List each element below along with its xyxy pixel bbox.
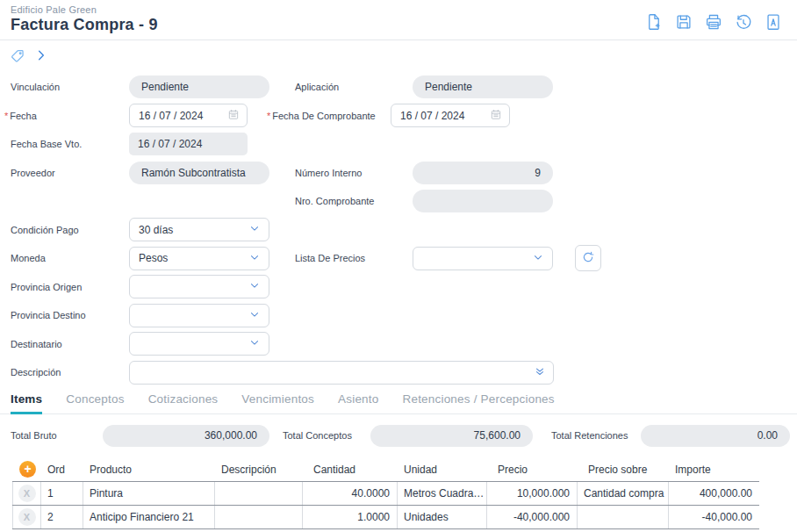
row-provincia-destino: Provincia Destino <box>0 301 797 330</box>
total-bruto-value: 360,000.00 <box>103 425 269 447</box>
total-conceptos-label: Total Conceptos <box>283 430 370 441</box>
add-item-button[interactable]: + <box>19 461 36 478</box>
fecha-comprobante-label: *Fecha De Comprobante <box>273 111 391 121</box>
refresh-price-list-button[interactable] <box>575 245 601 271</box>
cell-importe[interactable]: 400,000.00 <box>669 482 759 505</box>
header-actions <box>644 12 783 32</box>
descripcion-label: Descripción <box>11 367 129 377</box>
tab-asiento[interactable]: Asiento <box>338 392 378 414</box>
new-document-button[interactable] <box>644 12 664 32</box>
history-button[interactable] <box>734 12 753 32</box>
cell-producto[interactable]: Pintura <box>83 482 215 505</box>
cell-importe[interactable]: -40,000.00 <box>669 506 759 528</box>
cell-producto[interactable]: Anticipo Financiero 21 <box>83 506 215 528</box>
proveedor-label: Proveedor <box>11 168 129 178</box>
tab-items[interactable]: Items <box>11 392 42 414</box>
toolbar <box>0 40 797 67</box>
row-destinatario: Destinatario <box>0 330 797 359</box>
cell-precio[interactable]: 10,000.000 <box>487 482 578 505</box>
total-retenciones-value: 0.00 <box>641 425 790 447</box>
fecha-comprobante-input[interactable]: 16 / 07 / 2024 <box>391 104 510 127</box>
chevron-down-icon <box>532 251 544 266</box>
cell-descripcion[interactable] <box>215 506 303 528</box>
cell-descripcion[interactable] <box>215 482 303 505</box>
cell-unidad[interactable]: Metros Cuadra… <box>398 482 487 505</box>
chevron-down-icon <box>248 222 261 237</box>
tab-bar: Items Conceptos Cotizaciones Vencimiento… <box>0 392 797 414</box>
row-provincia-origen: Provincia Origen <box>0 273 797 302</box>
provincia-origen-select[interactable] <box>129 275 269 298</box>
fecha-base-vto-value: 16 / 07 / 2024 <box>129 133 248 155</box>
calendar-icon[interactable] <box>490 108 502 123</box>
save-icon <box>674 21 693 34</box>
descripcion-input[interactable] <box>129 361 554 385</box>
header: Edificio Pale Green Factura Compra - 9 <box>0 0 797 40</box>
page-title: Factura Compra - 9 <box>11 16 158 34</box>
row-vinculacion-aplicacion: Vinculación Pendiente Aplicación Pendien… <box>0 73 797 102</box>
table-row[interactable]: X 2 Anticipo Financiero 21 1.0000 Unidad… <box>12 506 759 529</box>
chevron-down-icon <box>248 308 261 323</box>
header-titles: Edificio Pale Green Factura Compra - 9 <box>11 4 158 34</box>
row-descripcion: Descripción <box>0 358 797 387</box>
col-precio: Precio <box>487 464 578 476</box>
report-document-icon <box>764 21 783 34</box>
fecha-input[interactable]: 16 / 07 / 2024 <box>129 104 248 127</box>
col-unidad: Unidad <box>398 464 487 476</box>
required-marker: * <box>267 111 270 121</box>
chevron-double-down-icon[interactable] <box>534 365 546 380</box>
aplicacion-label: Aplicación <box>295 82 413 92</box>
tab-cotizaciones[interactable]: Cotizaciones <box>148 392 219 414</box>
row-nro-comprobante: Nro. Comprobante <box>0 187 797 216</box>
col-precio-sobre: Precio sobre <box>578 464 669 476</box>
nro-comprobante-value <box>413 190 553 212</box>
cell-cantidad[interactable]: 40.0000 <box>303 482 398 505</box>
chevron-down-icon <box>248 251 261 266</box>
moneda-select[interactable]: Pesos <box>129 247 269 270</box>
numero-interno-value: 9 <box>413 162 553 184</box>
report-button[interactable] <box>764 12 783 32</box>
tag-icon[interactable] <box>11 48 25 67</box>
nro-comprobante-label: Nro. Comprobante <box>295 196 413 206</box>
chevron-down-icon <box>248 336 261 351</box>
company-name: Edificio Pale Green <box>11 4 158 15</box>
table-row[interactable]: X 1 Pintura 40.0000 Metros Cuadra… 10,00… <box>12 482 759 506</box>
row-fechas: *Fecha 16 / 07 / 2024 *Fecha De Comproba… <box>0 102 797 131</box>
col-importe: Importe <box>669 464 759 476</box>
vinculacion-label: Vinculación <box>11 82 129 92</box>
cell-precio[interactable]: -40,000.000 <box>487 506 578 528</box>
lista-de-precios-label: Lista De Precios <box>295 253 413 263</box>
cell-precio-sobre[interactable]: Cantidad compra <box>578 482 669 505</box>
cell-ord[interactable]: 1 <box>41 482 83 505</box>
col-descripcion: Descripción <box>215 464 303 476</box>
chevron-down-icon <box>248 279 261 294</box>
provincia-destino-select[interactable] <box>129 304 269 327</box>
condicion-pago-select[interactable]: 30 días <box>129 218 269 241</box>
save-button[interactable] <box>674 12 693 32</box>
condicion-pago-label: Condición Pago <box>11 225 129 235</box>
cell-cantidad[interactable]: 1.0000 <box>303 506 398 528</box>
delete-row-button[interactable]: X <box>18 485 36 502</box>
col-cantidad: Cantidad <box>303 464 398 476</box>
delete-row-button[interactable]: X <box>18 508 36 526</box>
lista-de-precios-select[interactable] <box>413 247 553 270</box>
provincia-origen-label: Provincia Origen <box>11 282 129 292</box>
calendar-icon[interactable] <box>227 108 240 123</box>
destinatario-select[interactable] <box>129 332 269 356</box>
cell-ord[interactable]: 2 <box>41 506 83 528</box>
row-condicion-pago: Condición Pago 30 días <box>0 216 797 245</box>
tab-conceptos[interactable]: Conceptos <box>66 392 124 414</box>
items-table: + Ord Producto Descripción Cantidad Unid… <box>12 458 759 529</box>
total-retenciones-label: Total Retenciones <box>551 430 641 441</box>
expand-chevron-icon[interactable] <box>35 49 47 65</box>
fecha-base-vto-label: Fecha Base Vto. <box>11 139 129 149</box>
totals-bar: Total Bruto 360,000.00 Total Conceptos 7… <box>0 425 797 447</box>
cell-unidad[interactable]: Unidades <box>398 506 487 528</box>
total-bruto-label: Total Bruto <box>11 430 103 441</box>
cell-precio-sobre[interactable] <box>578 506 669 528</box>
total-conceptos-value: 75,600.00 <box>370 425 533 447</box>
items-table-header: + Ord Producto Descripción Cantidad Unid… <box>12 458 759 482</box>
tab-vencimientos[interactable]: Vencimientos <box>241 392 314 414</box>
print-button[interactable] <box>704 12 723 32</box>
numero-interno-label: Número Interno <box>295 168 413 178</box>
tab-retenciones-percepciones[interactable]: Retenciones / Percepciones <box>402 392 554 414</box>
